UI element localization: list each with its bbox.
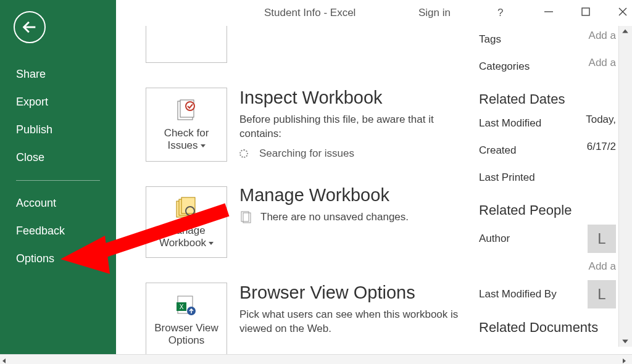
- manage-title: Manage Workbook: [239, 185, 474, 205]
- check-issues-icon: [172, 97, 201, 123]
- svg-text:X: X: [180, 304, 184, 310]
- browser-label-1: Browser View: [154, 322, 218, 334]
- info-panel: Tags Add a Categories Add a Related Date…: [479, 26, 616, 354]
- categories-value[interactable]: Add a: [589, 57, 616, 77]
- lastmodby-label: Last Modified By: [479, 284, 557, 304]
- browser-view-options-button[interactable]: X Browser ViewOptions: [146, 283, 227, 357]
- author-label: Author: [479, 229, 510, 249]
- browser-view-icon: X: [172, 292, 201, 318]
- tags-value[interactable]: Add a: [589, 30, 616, 49]
- window-title: Student Info - Excel: [264, 7, 356, 19]
- author-avatar[interactable]: L: [588, 225, 616, 253]
- browser-label-2: Options: [168, 334, 205, 346]
- scroll-left-icon[interactable]: [1, 355, 11, 364]
- sidebar-item-close[interactable]: Close: [0, 144, 116, 172]
- backstage-sidebar: Share Export Publish Close Account Feedb…: [0, 0, 116, 354]
- lastmod-label: Last Modified: [479, 114, 541, 133]
- horizontal-scrollbar[interactable]: [0, 354, 632, 364]
- scroll-down-icon[interactable]: [619, 336, 631, 347]
- back-button[interactable]: [14, 11, 46, 43]
- scroll-up-icon[interactable]: [619, 26, 631, 37]
- sidebar-separator: [16, 180, 100, 181]
- manage-workbook-button[interactable]: ManageWorkbook: [146, 186, 227, 258]
- scroll-right-icon[interactable]: [621, 355, 631, 364]
- svg-point-7: [186, 102, 194, 110]
- sidebar-item-feedback[interactable]: Feedback: [0, 217, 116, 245]
- manage-label-1: Manage: [167, 225, 205, 236]
- categories-label: Categories: [479, 57, 530, 77]
- manage-desc: There are no unsaved changes.: [260, 211, 409, 223]
- lastmodby-avatar[interactable]: L: [588, 280, 616, 308]
- related-docs-heading: Related Documents: [479, 320, 616, 336]
- inspect-desc: Before publishing this file, be aware th…: [239, 113, 474, 141]
- tags-label: Tags: [479, 30, 501, 49]
- sidebar-item-publish[interactable]: Publish: [0, 116, 116, 144]
- check-for-issues-button[interactable]: Check forIssues: [146, 88, 227, 162]
- browser-desc: Pick what users can see when this workbo…: [239, 308, 474, 336]
- card-protect-partial[interactable]: [146, 26, 227, 63]
- maximize-button[interactable]: [579, 5, 592, 19]
- close-window-button[interactable]: [616, 5, 630, 19]
- related-people-heading: Related People: [479, 202, 616, 218]
- created-label: Created: [479, 141, 516, 160]
- manage-label-2: Workbook: [159, 237, 214, 249]
- signin-link[interactable]: Sign in: [418, 7, 451, 19]
- vertical-scrollbar[interactable]: [618, 26, 632, 347]
- spinner-icon: [239, 149, 248, 158]
- svg-rect-10: [181, 197, 195, 213]
- sidebar-item-export[interactable]: Export: [0, 88, 116, 116]
- related-dates-heading: Related Dates: [479, 91, 616, 107]
- add-author[interactable]: Add a: [589, 260, 616, 273]
- manage-workbook-icon: [172, 195, 201, 221]
- backstage-main: Check forIssues Inspect Workbook Before …: [116, 26, 616, 354]
- svg-line-12: [193, 214, 198, 218]
- sidebar-item-share[interactable]: Share: [0, 60, 116, 88]
- inspect-title: Inspect Workbook: [239, 88, 474, 108]
- svg-rect-1: [582, 8, 589, 15]
- browser-title: Browser View Options: [239, 283, 474, 303]
- minimize-button[interactable]: [542, 5, 555, 19]
- check-issues-label-2: Issues: [167, 139, 205, 151]
- lastmod-value: Today,: [586, 114, 616, 133]
- sidebar-item-options[interactable]: Options: [0, 245, 116, 273]
- created-value: 6/17/2: [587, 141, 616, 160]
- document-icon: [239, 210, 253, 224]
- check-issues-label-1: Check for: [164, 127, 209, 139]
- help-button[interactable]: ?: [497, 7, 503, 19]
- lastprint-label: Last Printed: [479, 168, 535, 188]
- sidebar-item-account[interactable]: Account: [0, 189, 116, 217]
- inspect-searching: Searching for issues: [259, 147, 354, 160]
